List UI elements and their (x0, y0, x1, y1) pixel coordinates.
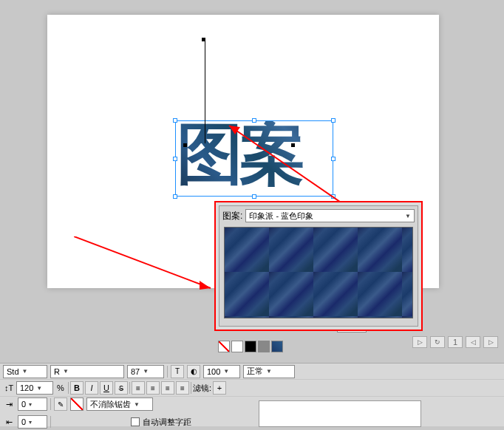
bold-button[interactable]: B (70, 381, 84, 395)
playback-controls: ▷ ↻ 1 ◁ ▷ (412, 336, 498, 348)
color-swatches (218, 341, 283, 352)
loop-button[interactable]: ↻ (430, 336, 445, 348)
outdent-input[interactable]: 0▾ (18, 415, 47, 429)
preview-box (259, 400, 421, 427)
opacity-icon: ◐ (187, 365, 200, 378)
stroke-none-button[interactable] (70, 397, 84, 411)
swatch-gradient[interactable] (258, 341, 270, 352)
pattern-select[interactable]: 印象派 - 蓝色印象 ▼ (245, 209, 415, 222)
leading-icon: ↕T (3, 382, 15, 394)
font-style-select[interactable]: R▼ (50, 365, 124, 378)
leading-input[interactable]: 120▼ (16, 381, 53, 395)
svg-marker-3 (200, 281, 211, 290)
indent-input[interactable]: 0▾ (18, 397, 47, 411)
handle-tl[interactable] (173, 118, 177, 123)
format-toolbar: ↕T 120▼ % B I U S̶ ≡ ≡ ≡ ≡ 滤镜: + (0, 380, 504, 396)
italic-button[interactable]: I (85, 381, 98, 395)
tracking-icon: % (55, 382, 67, 394)
align-center-button[interactable]: ≡ (146, 381, 160, 395)
dropdown-icon: ▼ (405, 213, 411, 219)
center-line (205, 40, 205, 143)
pencil-button[interactable]: ✎ (54, 397, 67, 411)
spacing-toolbar: ⇥ 0▾ ✎ 不消除锯齿▼ ⇤ 0▾ 自动调整字距 (0, 397, 504, 426)
add-filter-button[interactable]: + (213, 381, 226, 395)
underline-button[interactable]: U (100, 381, 113, 395)
svg-marker-1 (229, 126, 240, 134)
svg-line-0 (229, 126, 347, 207)
antialias-select[interactable]: 不消除锯齿▼ (86, 397, 153, 411)
frame-display[interactable]: 1 (448, 336, 463, 348)
font-toolbar: Std▼ R▼ 87▼ T ◐ 100▼ 正常▼ (0, 363, 504, 379)
text-tool-button[interactable]: T (171, 365, 184, 378)
align-left-button[interactable]: ≡ (132, 381, 145, 395)
annotation-arrow (74, 236, 214, 296)
play-button[interactable]: ▷ (412, 336, 427, 348)
pattern-selected: 印象派 - 蓝色印象 (249, 211, 313, 222)
handle-ml[interactable] (173, 157, 177, 161)
transform-handle[interactable] (183, 143, 187, 147)
align-right-button[interactable]: ≡ (161, 381, 174, 395)
pattern-label: 图案: (222, 210, 242, 222)
strikethrough-button[interactable]: S̶ (115, 381, 128, 395)
pattern-preview[interactable] (224, 227, 413, 318)
font-family-select[interactable]: Std▼ (3, 365, 47, 378)
pattern-panel: 图案: 印象派 - 蓝色印象 ▼ (214, 201, 423, 331)
align-justify-button[interactable]: ≡ (176, 381, 189, 395)
opacity-input[interactable]: 100▼ (203, 365, 240, 378)
filter-label: 滤镜: (193, 383, 211, 394)
prev-frame-button[interactable]: ◁ (466, 336, 480, 348)
font-size-select[interactable]: 87▼ (127, 365, 164, 378)
handle-bl[interactable] (173, 194, 177, 199)
swatch-white[interactable] (231, 341, 243, 352)
swatch-black[interactable] (245, 341, 256, 352)
svg-line-2 (74, 236, 211, 288)
autokern-checkbox[interactable] (131, 417, 140, 426)
outdent-icon: ⇤ (3, 416, 15, 428)
swatch-pattern[interactable] (271, 341, 283, 352)
indent-icon: ⇥ (3, 398, 15, 410)
blend-mode-select[interactable]: 正常▼ (243, 365, 295, 378)
autokern-label: 自动调整字距 (143, 417, 191, 428)
annotation-arrow (214, 118, 347, 207)
swatch-none[interactable] (218, 341, 230, 352)
next-frame-button[interactable]: ▷ (483, 336, 498, 348)
